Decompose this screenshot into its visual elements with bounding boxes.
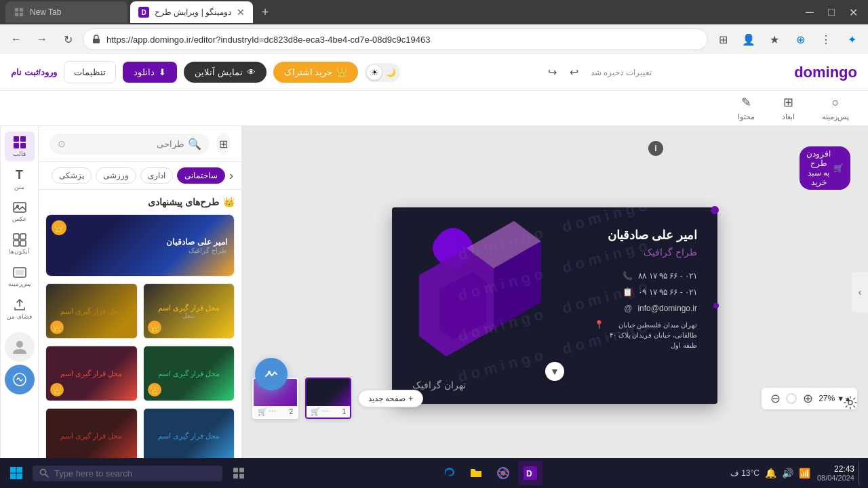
close-button[interactable]: ✕ — [844, 3, 863, 22]
clock-time: 22:43 — [817, 464, 854, 474]
thumb-menu-2[interactable]: ⋯ — [269, 407, 276, 416]
light-theme-btn[interactable]: ☀ — [367, 65, 382, 80]
favorites-button[interactable]: ★ — [764, 28, 785, 50]
sidebar-tool-templates[interactable]: قالب — [5, 131, 35, 161]
volume-icon[interactable]: 🔊 — [782, 468, 793, 479]
settings-gear[interactable] — [835, 388, 865, 418]
taskbar-explorer[interactable] — [464, 461, 488, 485]
template-item-4[interactable]: محل قرار گیری اسم 👑 — [45, 346, 138, 401]
dark-theme-btn[interactable]: 🌙 — [383, 65, 398, 80]
url-bar[interactable]: https://app.domingo.ir/editor?industryId… — [83, 28, 708, 50]
add-page-label: صفحه جدید — [368, 394, 406, 403]
cat-tab-medical[interactable]: پزشکی — [52, 167, 92, 184]
profile-button[interactable]: 👤 — [738, 28, 760, 50]
template-item-6[interactable]: محل قرار گیری اسم — [45, 408, 138, 458]
new-tab-button[interactable]: + — [256, 3, 275, 22]
sidebar-tool-image[interactable]: عکس — [5, 197, 35, 226]
show-desktop[interactable] — [859, 461, 863, 485]
sidebar-avatar[interactable] — [5, 332, 35, 362]
image-icon — [13, 201, 26, 214]
download-label: دانلود — [134, 67, 155, 77]
zoom-in-button[interactable]: ⊕ — [800, 390, 816, 407]
filter-button[interactable]: ⊞ — [216, 133, 231, 155]
featured-template[interactable]: امیر علی صادقیان طراح گرافیک 👑 — [45, 214, 235, 277]
selection-handle-tr[interactable] — [711, 206, 719, 214]
thumb-cart-1[interactable]: 🛒 — [311, 407, 320, 416]
maximize-button[interactable]: □ — [822, 3, 841, 22]
extensions-button[interactable]: ⊞ — [712, 28, 734, 50]
subscribe-button[interactable]: 👑 خرید اشتراک — [273, 62, 359, 83]
page-thumb-1[interactable]: 1 ⋯ 🛒 — [305, 378, 351, 419]
redo-button[interactable]: ↪ — [543, 63, 562, 82]
more-button[interactable]: ⋮ — [815, 28, 837, 50]
browser-tab-1[interactable]: New Tab — [5, 1, 127, 23]
minimize-button[interactable]: ─ — [800, 3, 819, 22]
svg-rect-13 — [20, 143, 26, 148]
taskbar-taskview[interactable] — [226, 461, 251, 485]
thumb-cart-2[interactable]: 🛒 — [258, 407, 267, 416]
taskbar-chrome[interactable] — [491, 461, 515, 485]
selection-handle-r[interactable] — [713, 303, 719, 308]
add-page-button[interactable]: + صفحه جدید — [358, 390, 423, 407]
tool-content[interactable]: ✎ محتوا — [732, 92, 760, 124]
browser-tab-2[interactable]: D دومینگو | ویرایش طرح ✕ — [130, 1, 253, 23]
sidebar-tool-myspace[interactable]: فضای من — [5, 294, 35, 324]
thumb-footer-2: 2 ⋯ 🛒 — [254, 406, 297, 418]
tab-title-2: دومینگو | ویرایش طرح — [155, 7, 231, 17]
fab-button[interactable] — [255, 358, 288, 390]
ai-button[interactable] — [5, 365, 35, 394]
cat-tab-sports[interactable]: ورزشی — [96, 167, 136, 184]
category-nav-prev[interactable]: ‹ — [229, 169, 233, 183]
windows-start-button[interactable] — [4, 461, 28, 485]
taskview-icon — [233, 467, 245, 479]
sidebar-tool-text[interactable]: T متن — [5, 164, 35, 194]
template-item-2[interactable]: محل قرار گیری اسم 👑 — [45, 283, 138, 339]
search-bar[interactable]: 🔍 ⊙ — [50, 134, 210, 155]
taskbar-domingo[interactable]: D — [518, 461, 542, 485]
login-button[interactable]: ورود/ثبت نام — [11, 67, 57, 77]
search-input[interactable] — [70, 139, 184, 149]
add-to-cart-button[interactable]: 🛒 افزودن طرح به سبد خرید — [800, 146, 850, 190]
info-icon[interactable]: i — [648, 141, 663, 156]
copilot-button[interactable]: ✦ — [841, 28, 863, 50]
tool-background[interactable]: ○ پس‌زمینه — [816, 93, 854, 124]
sidebar-tool-icons[interactable]: آیکون‌ها — [5, 229, 35, 259]
taskbar-clock[interactable]: 22:43 08/04/2024 — [817, 464, 854, 482]
search-clear-icon[interactable]: ⊙ — [58, 138, 66, 149]
section-title: 👑 طرح‌های پیشنهادی — [45, 197, 235, 207]
taskbar-edge[interactable] — [437, 461, 461, 485]
svg-rect-30 — [233, 468, 238, 472]
download-button[interactable]: ⬇ دانلود — [123, 62, 177, 83]
tab-close-2[interactable]: ✕ — [237, 7, 245, 18]
settings-button[interactable]: تنظیمات — [64, 61, 116, 83]
preview-button[interactable]: 👁 نمایش آنلاین — [184, 62, 267, 83]
preview-label: نمایش آنلاین — [195, 67, 243, 77]
theme-toggle[interactable]: 🌙 ☀ — [365, 63, 400, 82]
collapse-arrow[interactable]: ▼ — [545, 362, 564, 381]
cart-label: افزودن طرح به سبد خرید — [806, 149, 831, 187]
zoom-out-button[interactable]: ⊖ — [767, 390, 783, 407]
cat-tab-construction[interactable]: ساختمانی — [177, 167, 225, 184]
thumb-menu-1[interactable]: ⋯ — [321, 407, 329, 416]
taskbar-search-input[interactable] — [54, 468, 190, 479]
featured-thumb: امیر علی صادقیان طراح گرافیک 👑 — [46, 215, 234, 276]
taskbar-search[interactable] — [33, 466, 222, 481]
refresh-button[interactable]: ↻ — [57, 28, 79, 50]
notification-icon[interactable]: 🔔 — [765, 468, 776, 479]
svg-rect-19 — [20, 241, 26, 246]
wifi-icon[interactable]: 📶 — [799, 468, 810, 479]
template-item-3[interactable]: محل قرار گیری اسم 👑 — [143, 346, 235, 401]
sidebar-tool-background[interactable]: پس‌زمینه — [5, 262, 35, 291]
back-button[interactable]: ← — [5, 28, 27, 50]
expand-panel-button[interactable]: › — [852, 272, 868, 312]
cart-icon: 🛒 — [833, 163, 844, 173]
template-item-5[interactable]: محل قرار گیری اسم — [143, 408, 235, 458]
edge-button[interactable]: ⊕ — [789, 28, 811, 50]
add-page-plus: + — [408, 394, 413, 403]
cat-tab-office[interactable]: اداری — [140, 167, 173, 184]
tool-dimensions[interactable]: ⊞ ابعاد — [776, 92, 800, 124]
template-item-1[interactable]: محل قرار گیری اسم شغل 👑 — [143, 283, 235, 339]
canvas-area[interactable]: 🛒 افزودن طرح به سبد خرید i domingo domin… — [241, 126, 868, 458]
undo-button[interactable]: ↩ — [565, 63, 584, 82]
forward-button[interactable]: → — [31, 28, 53, 50]
